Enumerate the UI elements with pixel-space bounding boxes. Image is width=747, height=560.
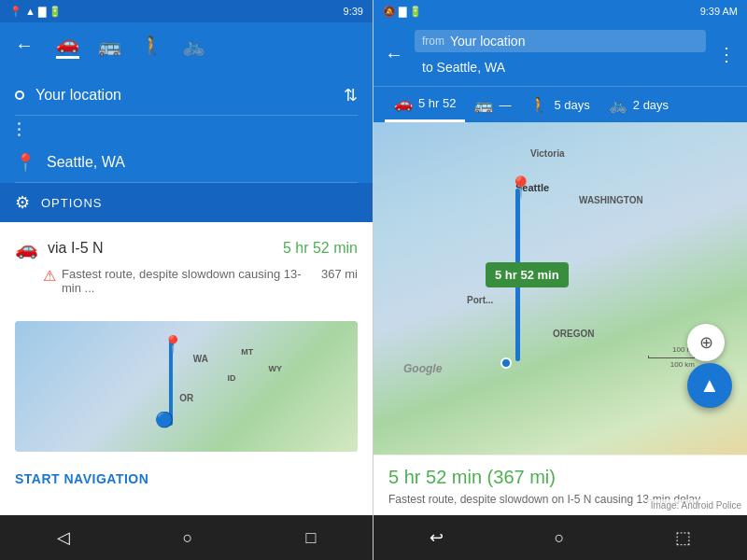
credit-text: Image: Android Police xyxy=(651,500,741,511)
time-bubble: 5 hr 52 min xyxy=(486,262,569,287)
left-status-icons: 📍 ▲ ▇ 🔋 xyxy=(9,6,62,18)
start-nav-label[interactable]: START NAVIGATION xyxy=(15,471,148,486)
tab-walk[interactable]: 🚶 5 days xyxy=(520,89,599,121)
route-sub-row: ⚠ Fastest route, despite slowdown causin… xyxy=(15,267,358,295)
car-tab-icon: 🚗 xyxy=(394,94,413,112)
to-row: 📍 Seattle, WA xyxy=(15,143,358,183)
warning-icon: ⚠ xyxy=(43,267,56,285)
home-nav-icon-right[interactable]: ○ xyxy=(555,528,565,548)
walk-transport-icon[interactable]: 🚶 xyxy=(140,35,163,57)
route-time: 5 hr 52 min xyxy=(283,240,358,257)
from-row: Your location ⇅ xyxy=(15,76,358,116)
car-tab-label: 5 hr 52 xyxy=(418,96,456,110)
from-field[interactable]: from Your location xyxy=(415,30,706,52)
from-value: Your location xyxy=(450,34,525,49)
map-label-victoria: Victoria xyxy=(530,148,565,159)
back-icon-right[interactable]: ← xyxy=(385,44,403,65)
location-target-icon: ⊕ xyxy=(699,332,713,353)
home-nav-icon-left[interactable]: ○ xyxy=(183,528,193,548)
tab-transit[interactable]: 🚌 — xyxy=(465,89,520,121)
right-status-icons: 🔕 ▇ 🔋 xyxy=(383,6,422,18)
route-car-icon: 🚗 xyxy=(15,237,38,259)
destination-pin-right: 📍 xyxy=(508,175,533,200)
map-label-oregon: OREGON xyxy=(553,329,594,339)
left-phone: 📍 ▲ ▇ 🔋 9:39 ← 🚗 🚌 🚶 🚲 Your location ⇅ xyxy=(0,0,374,560)
map-label-wa: WA xyxy=(193,354,208,364)
my-location-button[interactable]: ⊕ xyxy=(687,324,725,361)
map-label-portland: Port... xyxy=(467,295,493,305)
options-label: OPTIONS xyxy=(41,196,103,210)
left-time: 9:39 xyxy=(344,6,363,17)
map-label-wy: WY xyxy=(269,364,283,373)
back-icon-left[interactable]: ← xyxy=(15,35,34,56)
map-inner-left: 📍 🔵 WA OR MT ID WY xyxy=(15,321,358,452)
more-icon[interactable]: ⋮ xyxy=(717,43,736,65)
bike-tab-icon: 🚲 xyxy=(609,96,627,114)
map-pin-origin: 🔵 xyxy=(155,411,174,428)
back-nav-icon-left[interactable]: ◁ xyxy=(57,527,70,548)
bike-tab-label: 2 days xyxy=(633,98,669,112)
options-sliders-icon: ⚙ xyxy=(15,192,30,213)
map-pin-seattle: 📍 xyxy=(162,334,183,355)
route-distance: 367 mi xyxy=(321,267,358,281)
to-value: to Seattle, WA xyxy=(422,60,505,75)
to-field[interactable]: to Seattle, WA xyxy=(415,56,706,78)
scale-label-km: 100 km xyxy=(670,360,695,369)
right-time: 9:39 AM xyxy=(700,6,738,17)
navigate-fab-icon: ▲ xyxy=(699,373,720,398)
time-bubble-text: 5 hr 52 min xyxy=(495,268,559,282)
nav-header-left: ← 🚗 🚌 🚶 🚲 xyxy=(0,22,373,68)
transit-tab-label: — xyxy=(499,98,511,112)
origin-pin-right xyxy=(500,357,512,369)
route-main-row: 🚗 via I-5 N 5 hr 52 min xyxy=(15,237,358,259)
map-label-or: OR xyxy=(179,393,193,403)
map-label-google: Google xyxy=(403,362,442,375)
transport-icons-left: 🚗 🚌 🚶 🚲 xyxy=(56,32,205,59)
map-label-id: ID xyxy=(228,373,236,383)
map-background: Victoria Seattle WASHINGTON Port... OREG… xyxy=(374,122,747,455)
transport-tabs-right: 🚗 5 hr 52 🚌 — 🚶 5 days 🚲 2 days xyxy=(374,86,747,122)
right-phone: 🔕 ▇ 🔋 9:39 AM ← from Your location to Se… xyxy=(374,0,747,560)
map-label-washington: WASHINGTON xyxy=(579,195,643,205)
transit-transport-icon[interactable]: 🚌 xyxy=(98,35,121,57)
recent-nav-icon-right[interactable]: ⬚ xyxy=(675,527,691,548)
tab-bike[interactable]: 🚲 2 days xyxy=(599,89,678,121)
map-preview-left[interactable]: 📍 🔵 WA OR MT ID WY xyxy=(15,321,358,452)
status-bar-right: 🔕 ▇ 🔋 9:39 AM xyxy=(374,0,747,22)
to-location[interactable]: Seattle, WA xyxy=(47,154,358,171)
navigate-fab[interactable]: ▲ xyxy=(687,363,732,408)
nav-bar-left: ◁ ○ □ xyxy=(0,515,373,560)
swap-icon[interactable]: ⇅ xyxy=(344,85,358,105)
map-label-mt: MT xyxy=(241,347,253,357)
location-inputs: from Your location to Seattle, WA xyxy=(415,30,706,78)
map-area-right[interactable]: Victoria Seattle WASHINGTON Port... OREG… xyxy=(374,122,747,455)
from-location[interactable]: Your location xyxy=(35,87,332,104)
bottom-time: 5 hr 52 min (367 mi) xyxy=(388,467,732,488)
route-dots xyxy=(18,119,21,140)
walk-tab-label: 5 days xyxy=(554,98,589,112)
route-description: Fastest route, despite slowdown causing … xyxy=(62,267,316,295)
route-via: 🚗 via I-5 N xyxy=(15,237,104,259)
via-text: via I-5 N xyxy=(48,240,104,257)
route-result: 🚗 via I-5 N 5 hr 52 min ⚠ Fastest route,… xyxy=(0,222,373,310)
image-credit: Image: Android Police xyxy=(647,499,745,511)
nav-header-right: ← from Your location to Seattle, WA ⋮ xyxy=(374,22,747,86)
start-nav-button[interactable]: START NAVIGATION xyxy=(0,463,373,502)
car-transport-icon[interactable]: 🚗 xyxy=(56,32,79,59)
back-nav-icon-right[interactable]: ↩ xyxy=(430,527,444,548)
status-bar-left: 📍 ▲ ▇ 🔋 9:39 xyxy=(0,0,373,22)
from-label: from xyxy=(422,35,444,48)
walk-tab-icon: 🚶 xyxy=(529,96,548,114)
bike-transport-icon[interactable]: 🚲 xyxy=(182,35,205,57)
tab-car[interactable]: 🚗 5 hr 52 xyxy=(385,87,465,122)
nav-bar-right: ↩ ○ ⬚ xyxy=(374,515,747,560)
scale-line xyxy=(648,356,695,358)
route-inputs-left: Your location ⇅ 📍 Seattle, WA xyxy=(0,68,373,183)
destination-pin-icon: 📍 xyxy=(15,152,35,173)
options-bar[interactable]: ⚙ OPTIONS xyxy=(0,183,373,222)
from-dot xyxy=(15,91,24,100)
transit-tab-icon: 🚌 xyxy=(474,96,493,114)
recent-nav-icon-left[interactable]: □ xyxy=(306,528,317,548)
